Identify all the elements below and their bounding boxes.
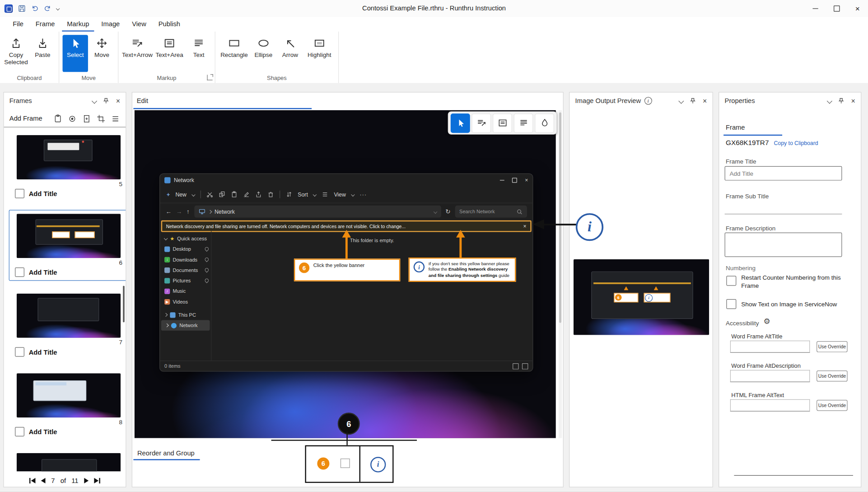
step-number-marker[interactable]: 6 (338, 412, 360, 435)
add-frame-row: Add Frame (4, 110, 126, 127)
group-step-badge[interactable]: 6 (317, 458, 329, 470)
add-frame-list-icon[interactable] (111, 114, 120, 123)
edit-canvas[interactable]: Network × + New (135, 110, 556, 438)
menu-view[interactable]: View (127, 17, 151, 32)
quick-access-chevron-icon[interactable] (56, 6, 60, 10)
next-frame-button[interactable] (84, 478, 89, 483)
info-icon: i (414, 262, 425, 273)
first-frame-button[interactable] (29, 478, 35, 483)
undo-icon[interactable] (31, 5, 39, 12)
edit-panel: Edit Network × + New (132, 92, 564, 487)
highlight-shape-button[interactable]: Highlight (304, 35, 335, 72)
word-altdescription-override-button[interactable]: Use Override (817, 370, 848, 382)
frame-subtitle-input[interactable] (725, 200, 842, 215)
menu-bar: File Frame Markup Image View Publish (0, 17, 868, 32)
canvas-select-tool[interactable] (451, 113, 470, 133)
ellipse-shape-button[interactable]: Ellipse (251, 35, 276, 72)
group-info-item[interactable]: i (370, 457, 386, 472)
select-tool-button[interactable]: Select (63, 35, 88, 72)
preview-close-icon[interactable]: × (703, 97, 707, 104)
add-frame-newfile-icon[interactable] (82, 114, 91, 123)
markup-callout-click-banner[interactable]: 6 Click the yellow banner (294, 258, 400, 281)
frame-thumbnail-6-selected[interactable]: 6 Add Title (9, 210, 126, 281)
accessibility-gear-icon[interactable]: ⚙ (763, 317, 770, 326)
arrow-shape-button[interactable]: Arrow (277, 35, 303, 72)
properties-panel-title: Properties (725, 97, 755, 105)
minimize-button[interactable] (805, 0, 826, 17)
add-frame-crop-icon[interactable] (96, 114, 106, 123)
breadcrumb: Network (215, 209, 235, 215)
rectangle-shape-button[interactable]: Rectangle (219, 35, 250, 72)
frames-panel-title: Frames (9, 97, 32, 105)
close-button[interactable]: × (847, 0, 868, 17)
save-icon[interactable] (18, 4, 26, 12)
frame-thumbnail-list: 5 Add Title 6 Add Title 7 Add Title (4, 128, 126, 471)
properties-close-icon[interactable]: × (851, 97, 855, 104)
menu-publish[interactable]: Publish (154, 17, 185, 32)
app-window: Contossi Example File.rthru - Runthru In… (0, 0, 868, 492)
menu-frame[interactable]: Frame (31, 17, 60, 32)
add-title-label: Add Title (29, 348, 57, 356)
frame-thumbnail-7[interactable]: 7 Add Title (9, 290, 126, 361)
word-alttitle-input[interactable] (730, 341, 810, 353)
frame-thumbnail-8[interactable]: 8 Add Title (9, 370, 126, 440)
paste-button[interactable]: Paste (30, 35, 55, 72)
redo-icon[interactable] (44, 5, 51, 12)
frame-6-title-checkbox[interactable] (15, 267, 24, 277)
tab-reorder-and-group[interactable]: Reorder and Group (137, 449, 195, 457)
markup-callout-info[interactable]: i If you don't see this yellow banner pl… (409, 258, 516, 282)
menu-image[interactable]: Image (96, 17, 125, 32)
move-tool-button[interactable]: Move (89, 35, 114, 72)
explorer-view-label: View (334, 192, 345, 197)
word-alttitle-override-button[interactable]: Use Override (817, 341, 848, 352)
previous-frame-button[interactable] (41, 478, 46, 483)
sidebar-desktop: Desktop (173, 246, 191, 252)
frame-7-title-checkbox[interactable] (15, 347, 24, 357)
pin-icon (204, 278, 210, 283)
preview-collapse-chevron-icon[interactable] (679, 98, 684, 103)
add-frame-clipboard-icon[interactable] (53, 114, 63, 123)
preview-pin-icon[interactable] (690, 97, 697, 104)
markup-dialog-launcher-icon[interactable] (207, 75, 212, 80)
maximize-button[interactable] (826, 0, 847, 17)
menu-markup[interactable]: Markup (62, 17, 94, 32)
last-frame-button[interactable] (94, 478, 100, 483)
html-alttext-override-button[interactable]: Use Override (817, 400, 848, 411)
canvas-text-tool[interactable] (514, 113, 533, 133)
frames-scrollbar[interactable] (123, 286, 125, 323)
frames-collapse-chevron-icon[interactable] (92, 98, 97, 103)
properties-collapse-chevron-icon[interactable] (827, 98, 832, 103)
group-rectangle-item[interactable] (341, 459, 350, 468)
canvas-color-tool[interactable] (535, 113, 554, 133)
paste-icon (37, 37, 49, 49)
text-area-button[interactable]: Text+Area (154, 35, 185, 72)
canvas-text-arrow-tool[interactable] (471, 113, 491, 133)
canvas-text-area-tool[interactable] (493, 113, 512, 133)
text-button[interactable]: Text (186, 35, 211, 72)
frames-close-icon[interactable]: × (116, 97, 120, 104)
frame-8-title-checkbox[interactable] (15, 427, 24, 436)
text-arrow-button[interactable]: Text+Arrow (122, 35, 153, 72)
properties-pin-icon[interactable] (838, 97, 845, 104)
html-alttext-input[interactable] (730, 399, 810, 412)
preview-info-icon[interactable]: i (644, 97, 652, 105)
show-text-checkbox[interactable] (726, 299, 736, 309)
copy-to-clipboard-link[interactable]: Copy to Clipboard (774, 140, 818, 146)
tab-edit[interactable]: Edit (137, 97, 148, 105)
menu-file[interactable]: File (8, 17, 28, 32)
edit-canvas-scrollbar[interactable] (559, 110, 562, 438)
frame-thumbnail-9-partial[interactable] (9, 449, 126, 471)
restart-numbering-checkbox[interactable] (726, 276, 736, 286)
tab-frame[interactable]: Frame (726, 123, 745, 131)
frame-5-title-checkbox[interactable] (15, 189, 24, 198)
markup-group-box[interactable]: 6 i (305, 445, 393, 483)
frame-title-input[interactable] (725, 166, 842, 181)
output-preview-image[interactable]: 6 i (574, 259, 709, 335)
frame-thumbnail-5[interactable]: 5 Add Title (9, 131, 126, 202)
add-frame-capture-icon[interactable] (68, 114, 77, 123)
frame-description-input[interactable] (725, 233, 842, 257)
word-altdescription-input[interactable] (730, 370, 810, 382)
copy-selected-button[interactable]: Copy Selected (3, 35, 28, 72)
frames-pin-icon[interactable] (103, 97, 110, 104)
info-annotation-handle[interactable]: i (576, 213, 603, 241)
